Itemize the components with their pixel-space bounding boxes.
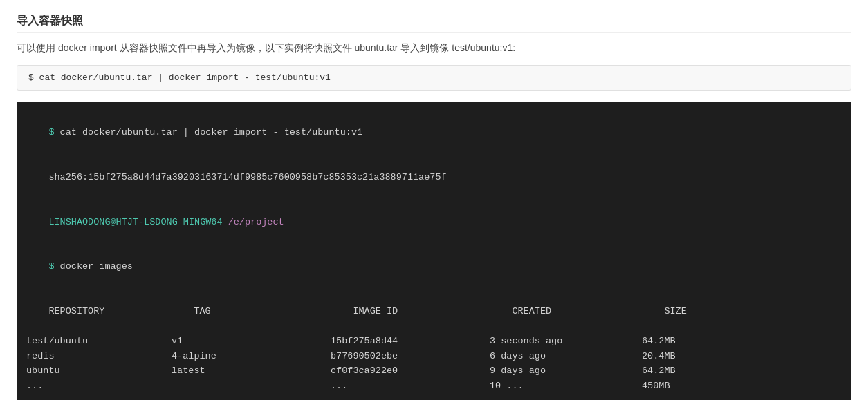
row-repo: ...: [26, 379, 172, 394]
terminal-cmd-2: docker images: [60, 261, 133, 272]
row-created: 10 ...: [490, 379, 642, 394]
terminal-prompt-1: $: [48, 127, 59, 137]
terminal-rows: test/ubuntuv115bf275a8d443 seconds ago64…: [26, 334, 842, 393]
code-example-1: $ cat docker/ubuntu.tar | docker import …: [17, 65, 851, 91]
header-repo: REPOSITORY: [48, 304, 194, 319]
row-size: 64.2MB: [642, 363, 676, 379]
row-size: 20.4MB: [642, 349, 676, 364]
terminal-path: /e/project: [223, 217, 284, 227]
terminal-line-4: $ docker images: [26, 245, 842, 289]
header-created: CREATED: [512, 304, 664, 319]
row-tag: v1: [172, 334, 331, 349]
terminal-line-1: $ cat docker/ubuntu.tar | docker import …: [26, 110, 842, 155]
row-id: b77690502ebe: [331, 349, 490, 364]
terminal-table-header: REPOSITORYTAGIMAGE IDCREATEDSIZE: [26, 289, 842, 334]
row-id: cf0f3ca922e0: [331, 363, 490, 379]
header-tag: TAG: [194, 304, 353, 319]
row-created: 3 seconds ago: [490, 334, 642, 349]
row-id: 15bf275a8d44: [331, 334, 490, 349]
row-size: 450MB: [642, 379, 670, 394]
terminal-row: test/ubuntuv115bf275a8d443 seconds ago64…: [26, 334, 842, 349]
terminal-line-2: sha256:15bf275a8d44d7a39203163714df9985c…: [26, 155, 842, 200]
row-size: 64.2MB: [642, 334, 676, 349]
row-repo: redis: [26, 349, 172, 364]
page-title: 导入容器快照: [17, 14, 851, 33]
row-repo: ubuntu: [26, 363, 172, 379]
terminal-row: redis4-alpineb77690502ebe6 days ago20.4M…: [26, 349, 842, 364]
terminal-line-3: LINSHAODONG@HTJT-LSDONG MINGW64 /e/proje…: [26, 200, 842, 245]
row-repo: test/ubuntu: [26, 334, 172, 349]
code-example-1-text: $ cat docker/ubuntu.tar | docker import …: [28, 73, 331, 83]
row-created: 6 days ago: [490, 349, 642, 364]
row-id: ...: [331, 379, 490, 394]
header-id: IMAGE ID: [353, 304, 512, 319]
terminal-cmd-1: cat docker/ubuntu.tar | docker import - …: [60, 127, 362, 137]
terminal-row: ......10 ...450MB: [26, 379, 842, 394]
terminal-user-host: LINSHAODONG@HTJT-LSDONG MINGW64: [48, 217, 222, 227]
header-size: SIZE: [664, 304, 686, 319]
terminal-sha: sha256:15bf275a8d44d7a39203163714df9985c…: [48, 172, 446, 182]
row-created: 9 days ago: [490, 363, 642, 379]
terminal-prompt-2: $: [48, 261, 59, 272]
terminal-block: $ cat docker/ubuntu.tar | docker import …: [17, 102, 851, 400]
description-text: 可以使用 docker import 从容器快照文件中再导入为镜像，以下实例将快…: [17, 40, 851, 55]
row-tag: 4-alpine: [172, 349, 331, 364]
terminal-row: ubuntulatestcf0f3ca922e09 days ago64.2MB: [26, 363, 842, 379]
row-tag: latest: [172, 363, 331, 379]
